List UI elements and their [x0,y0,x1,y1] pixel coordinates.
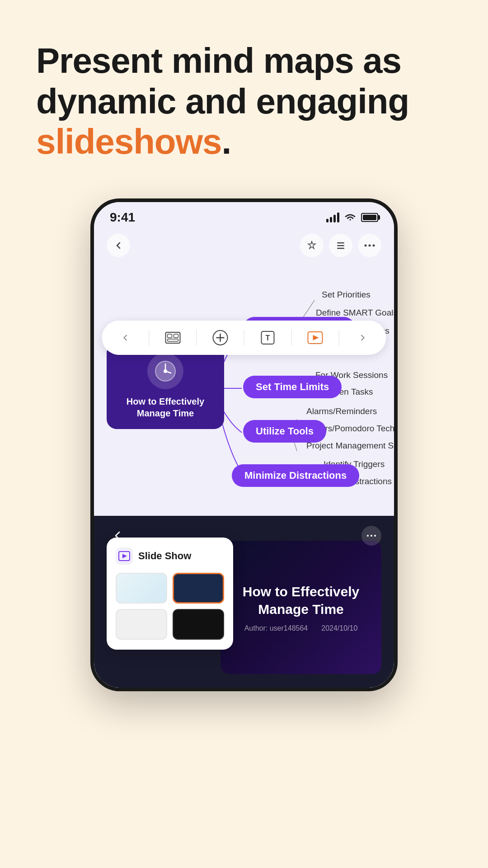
svg-rect-0 [337,242,344,244]
svg-point-5 [373,245,375,247]
node-utilize-tools[interactable]: Utilize Tools [243,420,326,443]
slide-title: How to Effectively Manage Time [233,583,369,618]
app-nav [94,230,394,263]
clock-icon [147,353,183,389]
svg-rect-2 [337,248,344,249]
popup-theme-grid [116,573,224,640]
theme-dark-blue[interactable] [173,573,224,604]
svg-rect-11 [168,334,172,338]
signal-icon [326,212,339,222]
theme-light-gradient[interactable] [116,573,167,604]
svg-point-21 [367,535,369,537]
more-button[interactable] [358,234,381,257]
leaf-alarms: Alarms/Reminders [306,406,377,416]
slideshow-popup: Slide Show [107,538,233,650]
star-button[interactable] [300,234,324,257]
center-node: How to Effectively Manage Time [107,343,224,429]
toolbar-text-button[interactable]: T [258,328,278,348]
slide-date: 2024/10/10 [321,624,357,632]
hero-line2: dynamic and engaging [36,81,409,121]
svg-point-3 [365,245,367,247]
slide-meta: Author: user148564 2024/10/10 [244,624,358,632]
phone-frame: 9:41 [90,198,398,691]
hero-section: Present mind maps as dynamic and engagin… [0,0,488,189]
battery-icon [361,213,378,222]
toolbar-next-button[interactable] [353,328,373,348]
popup-header: Slide Show [116,547,224,565]
hero-period: . [221,122,231,161]
toolbar-present-button[interactable] [305,328,325,348]
svg-rect-13 [168,339,178,341]
mind-map-area: How to Effectively Manage Time Identify … [94,263,394,516]
node-set-time-limits[interactable]: Set Time Limits [243,376,342,398]
svg-marker-20 [313,335,319,340]
nav-right-buttons [300,234,381,257]
list-button[interactable] [329,234,352,257]
svg-marker-25 [122,554,127,558]
wifi-icon [344,212,357,222]
node-minimize-distractions[interactable]: Minimize Distractions [232,464,359,487]
hero-line1: Present mind maps as [36,41,401,80]
slideshow-icon [116,547,133,565]
bottom-overlay: Slide Show [94,516,394,688]
theme-light-plain[interactable] [116,609,167,640]
leaf-set-priorities: Set Priorities [322,290,371,300]
center-node-title: How to Effectively Manage Time [107,396,224,419]
theme-dark-black[interactable] [173,609,224,640]
svg-rect-12 [174,334,178,338]
svg-text:T: T [266,334,270,342]
popup-title: Slide Show [138,550,191,562]
toolbar: T [102,321,386,355]
hero-title: Present mind maps as dynamic and engagin… [36,41,452,162]
svg-rect-1 [337,245,344,246]
svg-point-22 [371,535,372,537]
toolbar-prev-button[interactable] [116,328,136,348]
hero-highlight: slideshows [36,122,221,161]
toolbar-frame-button[interactable] [163,328,183,348]
leaf-project-mgmt: Project Management Software [306,441,394,451]
slide-author: Author: user148564 [244,624,308,632]
overlay-more-button[interactable] [361,526,381,546]
slide-preview: How to Effectively Manage Time Author: u… [221,541,381,674]
leaf-define-smart: Define SMART Goals [316,308,394,318]
toolbar-add-button[interactable] [211,328,230,348]
status-time: 9:41 [110,210,135,225]
status-icons [326,212,378,222]
svg-point-4 [369,245,371,247]
phone-container: 9:41 [0,189,488,691]
svg-point-23 [374,535,376,537]
status-bar: 9:41 [94,202,394,230]
back-button[interactable] [107,234,130,257]
